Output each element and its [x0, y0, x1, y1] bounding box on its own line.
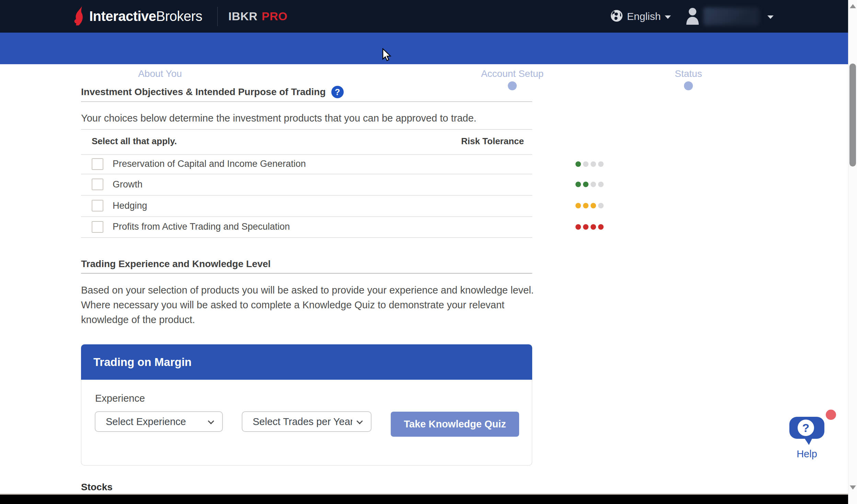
risk-dots	[575, 203, 604, 208]
progress-step-account-setup[interactable]: Account Setup	[481, 68, 544, 79]
scrollbar-up-arrow[interactable]	[850, 4, 856, 8]
risk-dot	[583, 161, 589, 167]
top-header: InteractiveBrokers IBKR PRO English	[0, 0, 857, 33]
header-divider	[217, 7, 218, 26]
progress-bar: About You Regulatory Account Setup Statu…	[0, 33, 857, 64]
risk-dot	[575, 203, 581, 208]
help-widget[interactable]: ? Help	[786, 416, 827, 460]
risk-dot	[591, 203, 596, 208]
risk-dot	[575, 224, 581, 230]
ibkr-logo[interactable]: InteractiveBrokers	[73, 0, 202, 33]
help-bubble-icon: ?	[789, 442, 825, 447]
risk-dot	[598, 161, 604, 167]
footer-bar	[0, 495, 857, 504]
risk-dot	[575, 182, 581, 187]
risk-dot	[598, 224, 604, 230]
progress-step-about-you[interactable]: About You	[138, 68, 182, 79]
language-label: English	[627, 11, 661, 22]
objectives-table-header: Select all that apply. Risk Tolerance	[92, 136, 524, 147]
chevron-down-icon	[208, 418, 214, 424]
experience-label: Experience	[95, 393, 145, 404]
brand-text: InteractiveBrokers	[89, 9, 202, 24]
scrollbar-thumb[interactable]	[849, 64, 856, 167]
row-label: Hedging	[113, 201, 147, 211]
checkbox-hedging[interactable]	[92, 200, 103, 211]
chevron-down-icon	[356, 418, 363, 424]
user-icon	[685, 7, 700, 26]
risk-dots	[575, 182, 604, 187]
scrollbar-down-arrow[interactable]	[850, 485, 856, 490]
row-label: Preservation of Capital and Income Gener…	[113, 159, 306, 169]
page: InteractiveBrokers IBKR PRO English	[0, 0, 857, 504]
margin-panel-title: Trading on Margin	[93, 356, 192, 369]
divider	[81, 101, 532, 102]
margin-panel-body: Experience Select Experience Select Trad…	[81, 380, 532, 466]
plan-name: IBKR	[228, 10, 258, 23]
help-label: Help	[786, 448, 827, 460]
table-row: Preservation of Capital and Income Gener…	[81, 154, 532, 174]
experience-section-title: Trading Experience and Knowledge Level	[81, 259, 271, 270]
risk-dot	[583, 224, 589, 230]
experience-section-text: Based on your selection of products you …	[81, 283, 534, 327]
step-dot-account-setup[interactable]	[508, 81, 517, 90]
user-menu[interactable]	[685, 0, 774, 33]
flame-icon	[73, 6, 87, 27]
divider	[81, 129, 532, 130]
checkbox-growth[interactable]	[92, 179, 103, 190]
risk-dots	[575, 224, 604, 230]
chevron-down-icon	[665, 15, 671, 19]
trades-per-year-select[interactable]: Select Trades per Year	[242, 411, 372, 432]
table-row: Growth	[81, 174, 532, 195]
table-row: Hedging	[81, 195, 532, 216]
divider	[81, 273, 532, 274]
plan-tier: PRO	[262, 10, 287, 23]
language-selector[interactable]: English	[610, 0, 671, 33]
scrollbar[interactable]	[848, 0, 857, 504]
risk-dots	[575, 161, 604, 167]
checkbox-preservation[interactable]	[92, 158, 103, 170]
user-name-redacted	[704, 8, 759, 25]
objectives-intro: Your choices below determine the investm…	[81, 113, 477, 124]
plan-badge: IBKR PRO	[228, 0, 287, 33]
risk-dot	[591, 224, 596, 230]
progress-step-regulatory[interactable]: Regulatory	[312, 68, 362, 79]
risk-tolerance-header: Risk Tolerance	[461, 136, 524, 147]
step-dot-status[interactable]	[684, 81, 693, 90]
risk-dot	[591, 161, 596, 167]
page-title: Investment Objectives & Intended Purpose…	[81, 87, 326, 98]
margin-panel: Trading on Margin Experience Select Expe…	[81, 344, 532, 466]
select-all-header: Select all that apply.	[92, 136, 177, 147]
row-divider	[81, 237, 532, 238]
margin-panel-header: Trading on Margin	[81, 344, 532, 380]
question-mark-icon[interactable]: ?	[331, 86, 344, 98]
take-knowledge-quiz-button[interactable]: Take Knowledge Quiz	[391, 412, 519, 437]
objectives-title-row: Investment Objectives & Intended Purpose…	[81, 86, 344, 98]
checkbox-speculation[interactable]	[92, 221, 103, 233]
globe-icon	[610, 10, 623, 23]
stocks-section-title: Stocks	[81, 482, 113, 493]
progress-step-status[interactable]: Status	[675, 68, 702, 79]
risk-dot	[583, 182, 589, 187]
row-label: Profits from Active Trading and Speculat…	[113, 221, 290, 232]
risk-dot	[583, 203, 589, 208]
risk-dot	[575, 161, 581, 167]
chevron-down-icon	[767, 15, 774, 19]
risk-dot	[598, 182, 604, 187]
experience-select[interactable]: Select Experience	[95, 411, 223, 432]
risk-dot	[591, 182, 596, 187]
row-label: Growth	[113, 179, 142, 190]
progress-track-remaining	[424, 85, 776, 87]
table-row: Profits from Active Trading and Speculat…	[81, 216, 532, 237]
notification-dot	[826, 410, 836, 420]
risk-dot	[598, 203, 604, 208]
svg-text:?: ?	[802, 421, 810, 434]
